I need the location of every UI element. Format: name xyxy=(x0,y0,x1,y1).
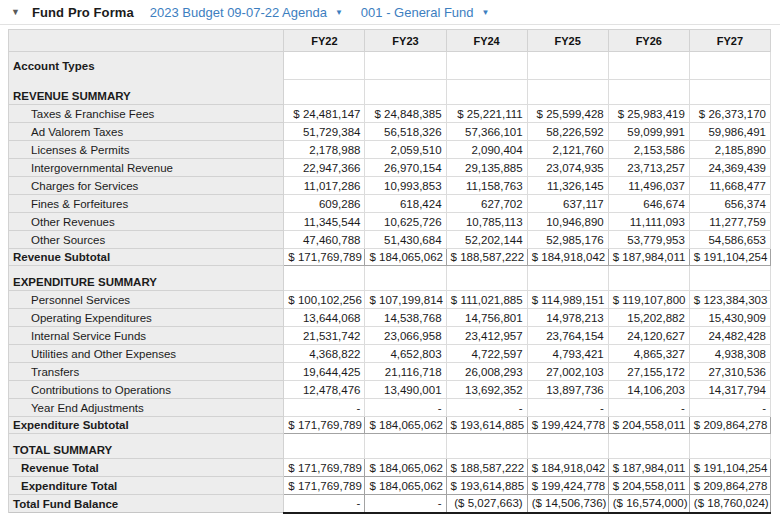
cell-fy27: 54,586,653 xyxy=(689,231,770,249)
row-label: Other Revenues xyxy=(9,213,284,231)
cell-fy22: 19,644,425 xyxy=(284,363,365,381)
chevron-down-icon: ▼ xyxy=(482,7,490,17)
cell-fy25 xyxy=(527,266,608,291)
cell-fy24 xyxy=(446,434,527,459)
cell-fy27 xyxy=(689,434,770,459)
table-row-expenditure-total: Expenditure Total$ 171,769,789$ 184,065,… xyxy=(9,477,771,495)
table-row-ad-valorem-taxes: Ad Valorem Taxes51,729,38456,518,32657,3… xyxy=(9,123,771,141)
cell-fy22: $ 100,102,256 xyxy=(284,291,365,309)
cell-fy26: $ 204,558,011 xyxy=(608,477,689,495)
cell-fy25 xyxy=(527,80,608,105)
column-header-fy22: FY22 xyxy=(284,30,365,52)
cell-fy27: $ 209,864,278 xyxy=(689,417,770,434)
cell-fy25: 23,764,154 xyxy=(527,327,608,345)
cell-fy26: $ 187,984,011 xyxy=(608,459,689,477)
table-row-account-types: Account Types xyxy=(9,52,771,80)
cell-fy24: ($ 5,027,663) xyxy=(446,495,527,513)
budget-version-dropdown[interactable]: 2023 Budget 09-07-22 Agenda ▼ xyxy=(150,5,343,20)
cell-fy26: $ 25,983,419 xyxy=(608,105,689,123)
cell-fy25: $ 199,424,778 xyxy=(527,417,608,434)
cell-fy25: ($ 14,506,736) xyxy=(527,495,608,513)
cell-fy26: 646,674 xyxy=(608,195,689,213)
cell-fy26: ($ 16,574,000) xyxy=(608,495,689,513)
cell-fy25: 11,326,145 xyxy=(527,177,608,195)
row-label: Taxes & Franchise Fees xyxy=(9,105,284,123)
cell-fy27: 656,374 xyxy=(689,195,770,213)
cell-fy27: 11,668,477 xyxy=(689,177,770,195)
cell-fy26 xyxy=(608,434,689,459)
cell-fy24: $ 193,614,885 xyxy=(446,477,527,495)
cell-fy23 xyxy=(365,434,446,459)
cell-fy27 xyxy=(689,80,770,105)
row-label: Contributions to Operations xyxy=(9,381,284,399)
row-label: Intergovernmental Revenue xyxy=(9,159,284,177)
table-row-expenditure-subtotal: Expenditure Subtotal$ 171,769,789$ 184,0… xyxy=(9,417,771,434)
cell-fy24 xyxy=(446,266,527,291)
corner-header-cell xyxy=(9,30,284,52)
cell-fy24 xyxy=(446,52,527,80)
cell-fy23: 56,518,326 xyxy=(365,123,446,141)
cell-fy26: 15,202,882 xyxy=(608,309,689,327)
cell-fy27 xyxy=(689,266,770,291)
column-header-fy24: FY24 xyxy=(446,30,527,52)
cell-fy26: $ 204,558,011 xyxy=(608,417,689,434)
cell-fy22 xyxy=(284,266,365,291)
cell-fy23 xyxy=(365,80,446,105)
table-row-fines-forfeitures: Fines & Forfeitures609,286618,424627,702… xyxy=(9,195,771,213)
cell-fy23: 23,066,958 xyxy=(365,327,446,345)
table-row-personnel-services: Personnel Services$ 100,102,256$ 107,199… xyxy=(9,291,771,309)
cell-fy24: - xyxy=(446,399,527,417)
cell-fy24: $ 111,021,885 xyxy=(446,291,527,309)
row-label: Other Sources xyxy=(9,231,284,249)
row-label: Total Fund Balance xyxy=(9,495,284,513)
fund-dropdown[interactable]: 001 - General Fund ▼ xyxy=(361,5,490,20)
cell-fy26 xyxy=(608,80,689,105)
cell-fy24: 10,785,113 xyxy=(446,213,527,231)
table-row-transfers: Transfers19,644,42521,116,71826,008,2932… xyxy=(9,363,771,381)
cell-fy27 xyxy=(689,52,770,80)
cell-fy26: $ 119,107,800 xyxy=(608,291,689,309)
table-row-intergovernmental-revenue: Intergovernmental Revenue22,947,36626,97… xyxy=(9,159,771,177)
row-label: Fines & Forfeitures xyxy=(9,195,284,213)
budget-version-dropdown-label: 2023 Budget 09-07-22 Agenda xyxy=(150,5,327,20)
column-header-fy27: FY27 xyxy=(689,30,770,52)
row-label: Operating Expenditures xyxy=(9,309,284,327)
toolbar: ▼ Fund Pro Forma 2023 Budget 09-07-22 Ag… xyxy=(0,0,780,25)
cell-fy22: - xyxy=(284,495,365,513)
cell-fy23: $ 107,199,814 xyxy=(365,291,446,309)
cell-fy22: 51,729,384 xyxy=(284,123,365,141)
cell-fy25 xyxy=(527,434,608,459)
cell-fy24: 26,008,293 xyxy=(446,363,527,381)
cell-fy27: 11,277,759 xyxy=(689,213,770,231)
cell-fy25 xyxy=(527,52,608,80)
table-row-revenue-summary: REVENUE SUMMARY xyxy=(9,80,771,105)
row-label: Licenses & Permits xyxy=(9,141,284,159)
table-row-total-summary: TOTAL SUMMARY xyxy=(9,434,771,459)
cell-fy25: - xyxy=(527,399,608,417)
column-header-fy25: FY25 xyxy=(527,30,608,52)
cell-fy23 xyxy=(365,266,446,291)
cell-fy23 xyxy=(365,52,446,80)
cell-fy25: 27,002,103 xyxy=(527,363,608,381)
cell-fy24: 52,202,144 xyxy=(446,231,527,249)
cell-fy24: 627,702 xyxy=(446,195,527,213)
row-label: Internal Service Funds xyxy=(9,327,284,345)
cell-fy22: 2,178,988 xyxy=(284,141,365,159)
cell-fy23: - xyxy=(365,495,446,513)
cell-fy25: 58,226,592 xyxy=(527,123,608,141)
cell-fy27: $ 191,104,254 xyxy=(689,459,770,477)
cell-fy24: 11,158,763 xyxy=(446,177,527,195)
cell-fy25: $ 184,918,042 xyxy=(527,249,608,266)
cell-fy25: 4,793,421 xyxy=(527,345,608,363)
cell-fy23: 13,490,001 xyxy=(365,381,446,399)
cell-fy22: 21,531,742 xyxy=(284,327,365,345)
cell-fy26: 23,713,257 xyxy=(608,159,689,177)
table-row-year-end-adjustments: Year End Adjustments------ xyxy=(9,399,771,417)
table-row-other-revenues: Other Revenues11,345,54410,625,72610,785… xyxy=(9,213,771,231)
row-label: REVENUE SUMMARY xyxy=(9,80,284,105)
cell-fy24: 2,090,404 xyxy=(446,141,527,159)
collapse-caret-icon[interactable]: ▼ xyxy=(8,0,26,25)
cell-fy25: $ 199,424,778 xyxy=(527,477,608,495)
cell-fy25: 10,946,890 xyxy=(527,213,608,231)
cell-fy26: $ 187,984,011 xyxy=(608,249,689,266)
